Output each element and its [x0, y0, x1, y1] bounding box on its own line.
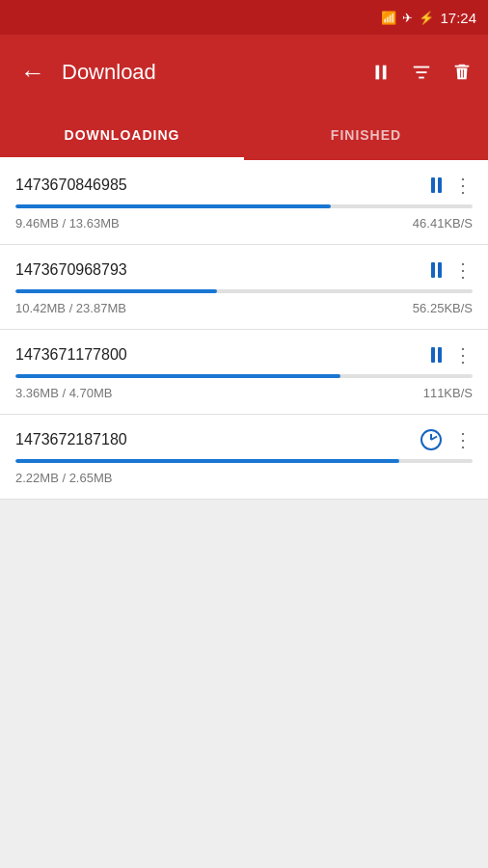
- progress-fill-3: [15, 374, 340, 378]
- status-icons: 📶 ✈ ⚡ 17:24: [381, 10, 476, 26]
- svg-rect-1: [383, 66, 387, 80]
- download-name-1: 1473670846985: [15, 176, 431, 194]
- progress-fill-4: [15, 459, 399, 463]
- more-button-3[interactable]: ⋮: [453, 343, 473, 366]
- download-list: 1473670846985⋮9.46MB / 13.63MB46.41KB/S1…: [0, 160, 488, 500]
- tab-downloading[interactable]: DOWNLOADING: [0, 110, 244, 160]
- progress-container-4: [15, 459, 473, 463]
- tabs: DOWNLOADING FINISHED: [0, 110, 488, 160]
- download-item-2: 1473670968793⋮10.42MB / 23.87MB56.25KB/S: [0, 245, 488, 330]
- filter-button[interactable]: [411, 62, 432, 83]
- download-size-4: 2.22MB / 2.65MB: [15, 471, 112, 485]
- download-speed-1: 46.41KB/S: [413, 216, 473, 231]
- download-size-3: 3.36MB / 4.70MB: [15, 386, 112, 400]
- airplane-icon: ✈: [402, 11, 413, 25]
- waiting-icon-4: [420, 429, 442, 450]
- download-item-3: 1473671177800⋮3.36MB / 4.70MB111KB/S: [0, 330, 488, 415]
- svg-rect-3: [417, 71, 427, 73]
- page-title: Download: [62, 60, 359, 85]
- app-bar: ← Download: [0, 35, 488, 110]
- download-name-3: 1473671177800: [15, 346, 431, 364]
- download-name-2: 1473670968793: [15, 261, 431, 279]
- pause-button-1[interactable]: [431, 177, 442, 193]
- status-bar: 📶 ✈ ⚡ 17:24: [0, 0, 488, 35]
- more-button-2[interactable]: ⋮: [453, 258, 473, 282]
- tab-finished[interactable]: FINISHED: [244, 110, 488, 160]
- progress-fill-2: [15, 289, 217, 293]
- download-size-1: 9.46MB / 13.63MB: [15, 216, 120, 231]
- pause-button-3[interactable]: [431, 347, 442, 363]
- app-bar-actions: [370, 62, 473, 83]
- download-speed-2: 56.25KB/S: [413, 301, 473, 315]
- battery-icon: ⚡: [419, 11, 434, 25]
- progress-container-2: [15, 289, 473, 293]
- pause-all-button[interactable]: [370, 62, 392, 83]
- download-size-2: 10.42MB / 23.87MB: [15, 301, 126, 315]
- progress-container-3: [15, 374, 473, 378]
- status-time: 17:24: [440, 10, 476, 26]
- download-item-1: 1473670846985⋮9.46MB / 13.63MB46.41KB/S: [0, 160, 488, 245]
- svg-rect-2: [414, 67, 430, 68]
- download-speed-3: 111KB/S: [423, 386, 473, 400]
- empty-area: [0, 500, 488, 868]
- pause-button-2[interactable]: [431, 262, 442, 278]
- delete-button[interactable]: [451, 62, 473, 83]
- svg-rect-0: [376, 66, 380, 80]
- download-name-4: 1473672187180: [15, 431, 420, 448]
- download-item-4: 1473672187180⋮2.22MB / 2.65MB: [0, 415, 488, 500]
- progress-fill-1: [15, 204, 331, 208]
- back-button[interactable]: ←: [15, 58, 50, 88]
- back-icon: ←: [20, 58, 45, 88]
- progress-container-1: [15, 204, 473, 208]
- svg-rect-4: [419, 77, 424, 79]
- more-button-1[interactable]: ⋮: [453, 174, 473, 197]
- more-button-4[interactable]: ⋮: [453, 428, 473, 451]
- wifi-icon: 📶: [381, 11, 396, 25]
